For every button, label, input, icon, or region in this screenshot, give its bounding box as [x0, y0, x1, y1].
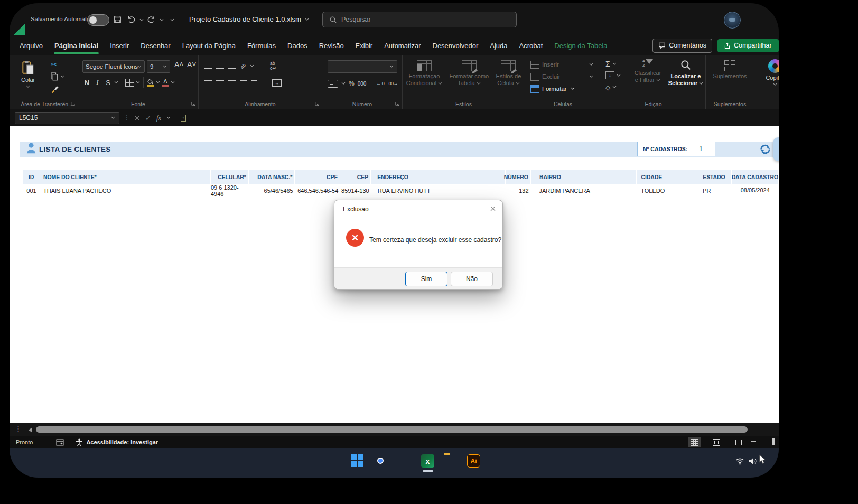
comments-button[interactable]: Comentários: [652, 39, 712, 53]
align-bottom-icon[interactable]: [228, 63, 236, 69]
font-color-icon[interactable]: A: [162, 79, 169, 87]
quick-access-chevron-icon[interactable]: [170, 18, 174, 22]
cut-icon[interactable]: [51, 60, 57, 69]
wifi-icon[interactable]: [735, 458, 744, 465]
align-top-icon[interactable]: [204, 63, 212, 69]
zoom-out-button[interactable]: [751, 441, 756, 442]
format-painter-icon[interactable]: [51, 85, 59, 93]
align-right-icon[interactable]: [228, 80, 236, 86]
underline-chevron-icon[interactable]: [114, 81, 118, 84]
bold-button[interactable]: N: [82, 77, 91, 88]
orientation-chevron-icon[interactable]: [250, 64, 254, 68]
tab-inserir[interactable]: Inserir: [104, 36, 135, 55]
tab-exibir[interactable]: Exibir: [350, 36, 379, 55]
orientation-icon[interactable]: ab: [239, 62, 247, 69]
tab-ajuda[interactable]: Ajuda: [484, 36, 513, 55]
confirm-entry-icon[interactable]: ✓: [145, 114, 151, 122]
borders-icon[interactable]: [125, 79, 134, 87]
table-row[interactable]: 001 THAIS LUANA PACHECO 09 6 1320-4946 6…: [23, 184, 779, 197]
save-icon[interactable]: [113, 15, 122, 24]
document-title[interactable]: Projeto Cadastro de Cliente 1.0.xlsm: [189, 15, 309, 23]
italic-button[interactable]: I: [93, 77, 102, 88]
clipboard-dialog-launcher-icon[interactable]: [70, 101, 75, 106]
undo-icon[interactable]: [127, 15, 136, 24]
volume-icon[interactable]: [748, 458, 757, 465]
undo-chevron-icon[interactable]: [139, 18, 144, 22]
increase-font-icon[interactable]: A˄: [174, 60, 184, 69]
increase-indent-icon[interactable]: [251, 80, 257, 86]
formula-input[interactable]: ?: [176, 112, 779, 124]
scrollbar-thumb[interactable]: [36, 426, 748, 433]
redo-chevron-icon[interactable]: [160, 18, 164, 22]
font-name-select[interactable]: Segoe Fluent Icons: [82, 60, 145, 73]
underline-button[interactable]: S: [104, 77, 113, 88]
formula-bar-splitter[interactable]: ⋮: [124, 114, 130, 122]
redo-icon[interactable]: [147, 15, 156, 24]
file-explorer-icon[interactable]: [444, 454, 458, 468]
font-size-select[interactable]: 9: [147, 60, 170, 73]
decrease-decimal-icon[interactable]: .00→: [387, 81, 398, 86]
alignment-dialog-launcher-icon[interactable]: [314, 101, 319, 106]
autosum-icon[interactable]: [605, 59, 610, 69]
wrap-text-icon[interactable]: abc↩: [270, 61, 276, 70]
firefox-icon[interactable]: [398, 454, 412, 468]
clipped-action-button[interactable]: [773, 137, 779, 161]
dialog-close-icon[interactable]: [490, 206, 496, 212]
decrease-font-icon[interactable]: A˅: [187, 60, 197, 69]
number-dialog-launcher-icon[interactable]: [395, 101, 399, 106]
increase-decimal-icon[interactable]: ←.0: [376, 81, 384, 86]
tab-desenhar[interactable]: Desenhar: [135, 36, 176, 55]
macro-record-icon[interactable]: [56, 439, 64, 446]
sheet-tabs-kebab-icon[interactable]: ⋮: [15, 425, 22, 433]
illustrator-icon[interactable]: Ai: [467, 454, 481, 468]
zoom-slider-thumb[interactable]: [772, 438, 775, 445]
no-button[interactable]: Não: [451, 272, 493, 286]
tab-automatizar[interactable]: Automatizar: [378, 36, 426, 55]
tab-pagina-inicial[interactable]: Página Inicial: [49, 36, 104, 55]
font-color-chevron-icon[interactable]: [171, 81, 175, 84]
paste-button[interactable]: Colar: [21, 60, 35, 88]
zoom-slider-track[interactable]: [760, 442, 779, 442]
sort-filter-button[interactable]: AZ Classificare Filtrar: [629, 59, 667, 83]
autosave-toggle[interactable]: [87, 14, 109, 26]
user-avatar[interactable]: [724, 12, 741, 29]
number-format-select[interactable]: [328, 60, 397, 73]
tab-revisao[interactable]: Revisão: [313, 36, 350, 55]
comma-style-button[interactable]: 000: [358, 81, 367, 87]
chrome-icon[interactable]: [374, 454, 388, 468]
windows-start-icon[interactable]: [351, 454, 365, 468]
font-dialog-launcher-icon[interactable]: [191, 101, 195, 106]
normal-view-button[interactable]: [688, 437, 701, 447]
accounting-format-icon[interactable]: [328, 80, 338, 88]
copilot-button[interactable]: Copilot: [766, 59, 779, 109]
share-button[interactable]: Compartilhar: [717, 39, 779, 52]
fill-color-icon[interactable]: [147, 79, 154, 87]
borders-chevron-icon[interactable]: [136, 81, 140, 84]
tab-arquivo[interactable]: Arquivo: [14, 36, 49, 55]
excel-taskbar-icon[interactable]: x: [421, 454, 435, 468]
align-center-icon[interactable]: [216, 80, 224, 86]
tab-layout-da-pagina[interactable]: Layout da Página: [176, 36, 241, 55]
merge-center-icon[interactable]: ↔: [272, 79, 282, 87]
fill-icon[interactable]: [605, 71, 614, 79]
insert-function-icon[interactable]: fx: [156, 114, 161, 122]
name-box[interactable]: L5C15: [15, 112, 119, 124]
tab-formulas[interactable]: Fórmulas: [241, 36, 282, 55]
delete-cells-button[interactable]: Excluir: [530, 72, 601, 81]
tab-acrobat[interactable]: Acrobat: [513, 36, 548, 55]
page-layout-view-button[interactable]: [710, 437, 723, 447]
search-input[interactable]: Pesquisar: [322, 12, 517, 27]
insert-cells-button[interactable]: Inserir: [530, 60, 601, 69]
cancel-entry-icon[interactable]: [134, 115, 140, 121]
tab-dados[interactable]: Dados: [282, 36, 313, 55]
copy-icon[interactable]: [51, 72, 58, 81]
tab-desenvolvedor[interactable]: Desenvolvedor: [427, 36, 484, 55]
accounting-chevron-icon[interactable]: [341, 82, 346, 85]
format-cells-button[interactable]: Formatar: [530, 84, 601, 94]
tab-design-da-tabela[interactable]: Design da Tabela: [548, 36, 613, 55]
fill-color-chevron-icon[interactable]: [156, 81, 160, 84]
align-middle-icon[interactable]: [216, 63, 224, 69]
clear-icon[interactable]: [605, 82, 610, 92]
decrease-indent-icon[interactable]: [240, 80, 247, 86]
percent-style-button[interactable]: %: [349, 80, 355, 87]
